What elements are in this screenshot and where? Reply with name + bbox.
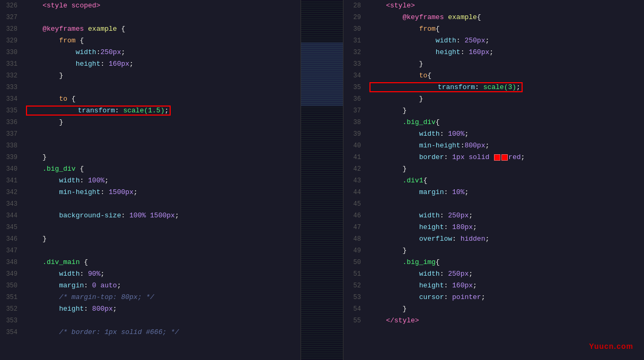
line-number: 40 [343,140,367,152]
code-line: 35 transform: scale(3); [343,82,644,93]
line-content: } [367,303,644,315]
code-line: 49 } [343,245,644,257]
right-code-area: 28 <style>29 @keyframes example{30 from{… [343,0,644,360]
code-line: 327 [0,12,301,23]
line-content: from{ [367,23,644,35]
code-line: 333 [0,82,301,93]
code-line: 37 } [343,105,644,117]
line-number: 328 [0,23,24,35]
minimap[interactable] [301,0,343,360]
line-content: width: 250px; [367,268,644,280]
line-number: 326 [0,0,24,12]
line-content: height: 160px; [367,280,644,292]
line-number: 41 [343,152,367,163]
line-content: .big_div{ [367,117,644,128]
line-number: 339 [0,152,24,163]
line-number: 48 [343,233,367,245]
line-content: .div_main { [24,257,301,268]
line-number: 52 [343,280,367,292]
line-number: 350 [0,280,24,292]
code-line: 45 [343,198,644,210]
code-line: 335 transform: scale(1.5); [0,105,301,117]
line-number: 335 [0,105,24,117]
line-number: 349 [0,268,24,280]
code-line: 331 height: 160px; [0,58,301,70]
line-number: 53 [343,292,367,303]
line-number: 338 [0,140,24,152]
line-number: 345 [0,222,24,233]
code-line: 53 cursor: pointer; [343,292,644,303]
line-content: } [24,233,301,245]
line-number: 33 [343,58,367,70]
line-content: </style> [367,315,644,327]
code-line: 48 overflow: hidden; [343,233,644,245]
line-number: 54 [343,303,367,315]
line-content: min-height:800px; [367,140,644,152]
line-content: <style scoped> [24,0,301,12]
code-line: 39 width: 100%; [343,128,644,140]
code-line: 349 width: 90%; [0,268,301,280]
code-line: 351 /* margin-top: 80px; */ [0,292,301,303]
code-line: 347 [0,245,301,257]
code-line: 329 from { [0,35,301,47]
code-line: 32 height: 160px; [343,47,644,58]
line-content: from { [24,35,301,47]
code-line: 54 } [343,303,644,315]
code-line: 346 } [0,233,301,245]
line-number: 38 [343,117,367,128]
line-content: /* margin-top: 80px; */ [24,292,301,303]
line-content: } [24,117,301,128]
line-content: to { [24,93,301,105]
code-line: 28 <style> [343,0,644,12]
left-pane: 326 <style scoped>327328 @keyframes exam… [0,0,301,360]
code-line: 348 .div_main { [0,257,301,268]
line-number: 37 [343,105,367,117]
line-content: /* border: 1px solid #666; */ [24,327,301,338]
code-line: 31 width: 250px; [343,35,644,47]
line-content: height: 160px; [367,47,644,58]
code-line: 328 @keyframes example { [0,23,301,35]
code-line: 334 to { [0,93,301,105]
line-number: 331 [0,58,24,70]
line-content: overflow: hidden; [367,233,644,245]
code-line: 29 @keyframes example{ [343,12,644,23]
line-number: 47 [343,222,367,233]
line-number: 42 [343,163,367,175]
line-number: 348 [0,257,24,268]
line-content: .div1{ [367,175,644,187]
line-number: 49 [343,245,367,257]
code-line: 41 border: 1px solid red; [343,152,644,163]
line-content: width: 90%; [24,268,301,280]
line-number: 39 [343,128,367,140]
line-number: 329 [0,35,24,47]
line-number: 36 [343,93,367,105]
line-content: min-height: 1500px; [24,187,301,198]
line-number: 347 [0,245,24,257]
line-content: } [367,245,644,257]
line-number: 344 [0,210,24,222]
red-square-icon [494,154,500,161]
line-number: 330 [0,47,24,58]
line-content: cursor: pointer; [367,292,644,303]
line-number: 352 [0,303,24,315]
line-content: to{ [367,70,644,82]
code-line: 36 } [343,93,644,105]
code-line: 344 background-size: 100% 1500px; [0,210,301,222]
line-content: height: 800px; [24,303,301,315]
line-content: height: 180px; [367,222,644,233]
line-number: 28 [343,0,367,12]
code-line: 33 } [343,58,644,70]
line-number: 334 [0,93,24,105]
line-content: } [367,105,644,117]
line-content: width: 100%; [24,175,301,187]
line-number: 336 [0,117,24,128]
right-pane: 28 <style>29 @keyframes example{30 from{… [343,0,644,360]
code-line: 336 } [0,117,301,128]
line-content: transform: scale(3); [367,82,644,93]
code-line: 350 margin: 0 auto; [0,280,301,292]
line-number: 30 [343,23,367,35]
line-number: 327 [0,12,24,23]
line-content: margin: 10%; [367,187,644,198]
code-line: 354 /* border: 1px solid #666; */ [0,327,301,338]
line-content: height: 160px; [24,58,301,70]
